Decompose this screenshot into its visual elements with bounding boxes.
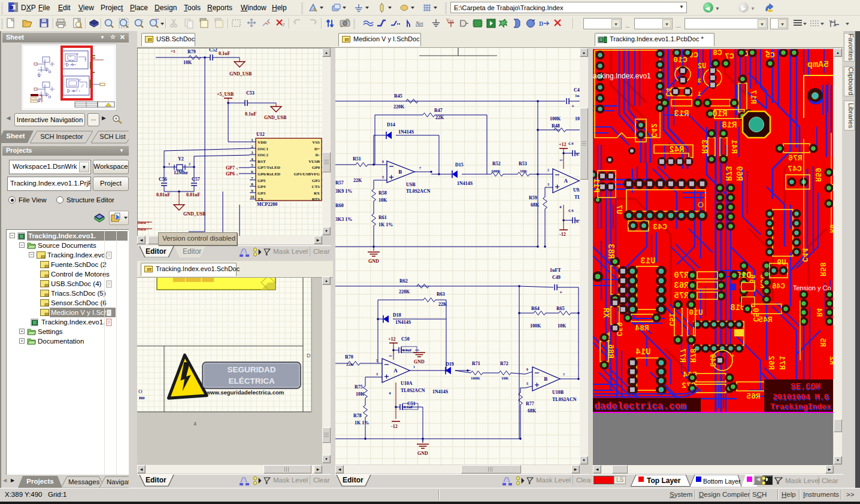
svg-text:R57: R57 bbox=[335, 180, 344, 186]
svg-text:GND: GND bbox=[417, 451, 428, 456]
svg-text:C8: C8 bbox=[713, 49, 722, 57]
svg-text:220K: 220K bbox=[399, 289, 410, 294]
svg-text:R58: R58 bbox=[378, 190, 387, 196]
svg-text:22K: 22K bbox=[346, 362, 354, 367]
svg-text:R60: R60 bbox=[335, 203, 344, 208]
svg-text:-12: -12 bbox=[391, 424, 398, 429]
svg-text:TL0S2ACN: TL0S2ACN bbox=[401, 388, 425, 393]
svg-text:R61: R61 bbox=[378, 215, 387, 220]
svg-text:+: + bbox=[571, 103, 574, 109]
svg-text:220K: 220K bbox=[393, 104, 405, 110]
svg-text:68K: 68K bbox=[531, 202, 540, 208]
svg-text:R77: R77 bbox=[678, 348, 687, 362]
svg-text:2: 2 bbox=[547, 168, 549, 172]
svg-text:R76: R76 bbox=[788, 154, 803, 163]
svg-text:R64: R64 bbox=[531, 306, 540, 311]
svg-text:R4: R4 bbox=[814, 308, 823, 317]
svg-text:1: 1 bbox=[413, 365, 415, 369]
svg-text:C49: C49 bbox=[708, 354, 716, 367]
svg-text:+12: +12 bbox=[388, 336, 396, 342]
svg-text:1u: 1u bbox=[575, 93, 580, 98]
svg-text:R69: R69 bbox=[734, 166, 744, 181]
svg-text:U13: U13 bbox=[640, 256, 655, 266]
svg-text:0.: 0. bbox=[576, 152, 580, 157]
svg-text:1: 1 bbox=[697, 90, 701, 98]
svg-text:U10B: U10B bbox=[552, 390, 564, 395]
svg-text:R62: R62 bbox=[399, 278, 408, 284]
svg-text:7: 7 bbox=[419, 166, 421, 170]
svg-text:ELÉCTRICA: ELÉCTRICA bbox=[228, 377, 275, 385]
svg-text:-12: -12 bbox=[559, 232, 566, 237]
svg-text:10K: 10K bbox=[356, 391, 365, 397]
svg-text:R43: R43 bbox=[699, 139, 708, 154]
svg-text:R2: R2 bbox=[828, 356, 833, 365]
svg-text:D19: D19 bbox=[446, 362, 454, 367]
svg-text:10K: 10K bbox=[520, 169, 528, 174]
svg-text:D18: D18 bbox=[393, 312, 401, 318]
svg-text:5: 5 bbox=[382, 175, 384, 179]
svg-text:3: 3 bbox=[547, 183, 549, 186]
svg-text:+: + bbox=[765, 49, 768, 55]
svg-text:5Amp: 5Amp bbox=[807, 60, 829, 70]
svg-text:C47: C47 bbox=[788, 165, 801, 174]
svg-text:U10: U10 bbox=[689, 308, 703, 317]
svg-text:0.: 0. bbox=[576, 219, 580, 224]
svg-text:R83: R83 bbox=[606, 244, 616, 259]
svg-text:D: D bbox=[539, 20, 543, 27]
svg-text:22K: 22K bbox=[435, 115, 444, 120]
svg-text:U10A: U10A bbox=[401, 381, 413, 386]
svg-text:R65: R65 bbox=[556, 306, 565, 311]
svg-text:P11: P11 bbox=[593, 178, 601, 193]
svg-text:D: D bbox=[307, 353, 311, 359]
svg-text:1N414S: 1N414S bbox=[457, 181, 473, 186]
svg-text:RX: RX bbox=[601, 308, 611, 318]
svg-text:R70: R70 bbox=[345, 354, 353, 360]
svg-text:+: + bbox=[731, 352, 734, 359]
svg-text:C4: C4 bbox=[568, 208, 574, 213]
svg-text:C49: C49 bbox=[552, 275, 561, 280]
svg-text:+: + bbox=[559, 289, 562, 295]
svg-text:R77: R77 bbox=[526, 401, 534, 406]
svg-text:4: 4 bbox=[389, 391, 391, 396]
svg-text:U14: U14 bbox=[635, 347, 650, 357]
svg-text:C43: C43 bbox=[653, 223, 667, 232]
svg-text:C4: C4 bbox=[568, 141, 574, 146]
svg-text:www.seguridadelectrica.com: www.seguridadelectrica.com bbox=[205, 389, 284, 396]
svg-text:U9: U9 bbox=[777, 258, 786, 267]
svg-text:10K: 10K bbox=[378, 198, 387, 203]
svg-text:R78: R78 bbox=[353, 413, 362, 418]
svg-text:C44: C44 bbox=[800, 248, 809, 262]
svg-text:C4: C4 bbox=[574, 87, 580, 93]
svg-text:R45: R45 bbox=[394, 93, 402, 99]
svg-text:R51: R51 bbox=[353, 156, 361, 162]
svg-text:U7: U7 bbox=[614, 205, 623, 214]
svg-text:100K: 100K bbox=[491, 169, 501, 174]
svg-text:R47: R47 bbox=[434, 108, 443, 113]
svg-text:R63: R63 bbox=[674, 281, 689, 290]
svg-text:10K: 10K bbox=[501, 376, 509, 381]
svg-text:GND: GND bbox=[414, 359, 425, 365]
svg-text:SEGURIDAD: SEGURIDAD bbox=[227, 365, 275, 374]
svg-text:3K9 1%: 3K9 1% bbox=[335, 189, 352, 194]
svg-text:C10: C10 bbox=[673, 56, 688, 65]
svg-text:U2: U2 bbox=[698, 62, 706, 71]
svg-text:R86: R86 bbox=[606, 344, 615, 359]
svg-text:C50: C50 bbox=[401, 336, 410, 342]
svg-text:B: B bbox=[398, 169, 402, 175]
svg-text:R58: R58 bbox=[818, 262, 827, 277]
svg-text:R59: R59 bbox=[813, 168, 822, 182]
svg-text:20101004 M.G: 20101004 M.G bbox=[773, 393, 829, 402]
svg-text:R5: R5 bbox=[818, 338, 826, 347]
svg-text:7: 7 bbox=[563, 373, 565, 377]
svg-text:3K3 1%: 3K3 1% bbox=[335, 217, 352, 222]
svg-text:0.1uF: 0.1uF bbox=[404, 405, 413, 409]
svg-text:4: 4 bbox=[193, 421, 196, 427]
svg-text:R72: R72 bbox=[500, 361, 508, 366]
svg-text:TL0S2ACN: TL0S2ACN bbox=[552, 397, 577, 402]
svg-text:5: 5 bbox=[526, 382, 528, 385]
svg-text:R41: R41 bbox=[729, 139, 738, 154]
svg-text:3: 3 bbox=[376, 372, 378, 376]
svg-text:acking.Index.evo1: acking.Index.evo1 bbox=[593, 72, 651, 80]
svg-text:100K: 100K bbox=[550, 116, 561, 122]
svg-text:R10: R10 bbox=[712, 109, 727, 119]
